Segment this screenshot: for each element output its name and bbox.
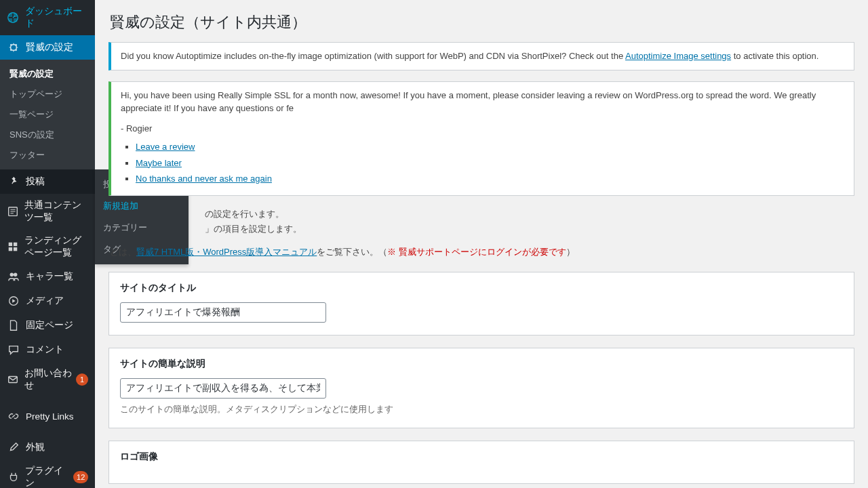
sidebar-label: ランディングページ一覧 bbox=[24, 235, 88, 259]
comment-icon bbox=[7, 343, 20, 357]
link-maybe-later[interactable]: Maybe later bbox=[136, 158, 182, 168]
submenu-item-footer[interactable]: フッター bbox=[0, 145, 95, 165]
sidebar-label: コメント bbox=[26, 344, 64, 356]
notice-link-autoptimize[interactable]: Autoptimize Image settings bbox=[625, 51, 731, 61]
sidebar-item-plugins[interactable]: プラグイン 12 bbox=[0, 460, 95, 488]
contact-badge: 1 bbox=[76, 373, 88, 386]
list-icon bbox=[7, 205, 19, 218]
notice-autoptimize: Did you know Autoptimize includes on-the… bbox=[108, 42, 854, 70]
sidebar-label: ダッシュボード bbox=[25, 5, 88, 30]
panel-heading: サイトの簡単な説明 bbox=[120, 358, 843, 370]
svg-rect-9 bbox=[9, 377, 18, 383]
warn-text: ※ 賢威サポートページにログインが必要です bbox=[387, 247, 566, 257]
mail-icon bbox=[7, 373, 19, 386]
panel-heading: ロゴ画像 bbox=[120, 451, 843, 463]
link-no-thanks[interactable]: No thanks and never ask me again bbox=[136, 174, 272, 184]
sidebar-submenu-keni: 賢威の設定 トップページ 一覧ページ SNSの設定 フッター bbox=[0, 60, 95, 169]
notice-text: to activate this option. bbox=[731, 51, 818, 61]
page-title: 賢威の設定（サイト内共通） bbox=[110, 12, 854, 33]
panel-site-title: サイトのタイトル bbox=[108, 272, 854, 336]
admin-sidebar: ダッシュボード 賢威の設定 賢威の設定 トップページ 一覧ページ SNSの設定 … bbox=[0, 0, 95, 488]
panel-heading: サイトのタイトル bbox=[120, 282, 843, 294]
link-manual[interactable]: 賢威7 HTML版・WordPress版導入マニュアル bbox=[136, 247, 317, 257]
sidebar-label: Pretty Links bbox=[26, 411, 74, 422]
link-icon bbox=[7, 409, 20, 423]
submenu-item-listpage[interactable]: 一覧ページ bbox=[0, 104, 95, 125]
sidebar-item-keni[interactable]: 賢威の設定 bbox=[0, 35, 95, 60]
sidebar-item-prettylinks[interactable]: Pretty Links bbox=[0, 404, 95, 428]
dashboard-icon bbox=[7, 11, 20, 24]
sidebar-label: 投稿 bbox=[26, 176, 45, 188]
sidebar-item-landing[interactable]: ランディングページ一覧 bbox=[0, 229, 95, 264]
sidebar-label: 賢威の設定 bbox=[26, 41, 73, 54]
sidebar-label: キャラ一覧 bbox=[26, 270, 73, 283]
page-icon bbox=[7, 319, 20, 332]
sidebar-item-contact[interactable]: お問い合わせ 1 bbox=[0, 362, 95, 397]
brush-icon bbox=[7, 441, 20, 454]
main-content: 賢威の設定（サイト内共通） Did you know Autoptimize i… bbox=[95, 0, 868, 488]
sidebar-item-chara[interactable]: キャラ一覧 bbox=[0, 264, 95, 289]
intro-block: の設定を行います。 」の項目を設定します。 どは、賢威7 HTML版・WordP… bbox=[203, 207, 854, 260]
svg-point-6 bbox=[10, 273, 14, 277]
svg-rect-2 bbox=[9, 243, 12, 246]
submenu-item-toppage[interactable]: トップページ bbox=[0, 84, 95, 104]
sidebar-label: 外観 bbox=[26, 441, 45, 453]
sidebar-item-appearance[interactable]: 外観 bbox=[0, 435, 95, 460]
sidebar-label: お問い合わせ bbox=[24, 367, 73, 392]
notice-text: Did you know Autoptimize includes on-the… bbox=[121, 51, 625, 61]
svg-rect-4 bbox=[9, 247, 12, 251]
plugins-badge: 12 bbox=[73, 471, 88, 483]
notice-sign: - Rogier bbox=[121, 122, 844, 136]
svg-rect-5 bbox=[14, 247, 17, 251]
input-site-desc[interactable] bbox=[120, 378, 326, 399]
sidebar-item-posts[interactable]: 投稿 投稿一覧 新規追加 カテゴリー タグ bbox=[0, 169, 95, 194]
input-site-title[interactable] bbox=[120, 302, 326, 323]
sidebar-item-dashboard[interactable]: ダッシュボード bbox=[0, 0, 95, 35]
sidebar-label: 固定ページ bbox=[26, 319, 73, 331]
link-leave-review[interactable]: Leave a review bbox=[136, 142, 195, 152]
notice-rsssl: Hi, you have been using Really Simple SS… bbox=[108, 81, 854, 196]
sidebar-item-pages[interactable]: 固定ページ bbox=[0, 313, 95, 338]
panel-logo: ロゴ画像 bbox=[108, 441, 854, 484]
svg-point-7 bbox=[14, 273, 17, 277]
submenu-item-keni-settings[interactable]: 賢威の設定 bbox=[0, 64, 95, 84]
users-icon bbox=[7, 270, 20, 283]
svg-rect-3 bbox=[14, 243, 17, 246]
submenu-item-sns[interactable]: SNSの設定 bbox=[0, 125, 95, 145]
sidebar-item-media[interactable]: メディア bbox=[0, 289, 95, 313]
pin-icon bbox=[7, 175, 20, 188]
plugin-icon bbox=[7, 470, 20, 484]
sidebar-item-common-content[interactable]: 共通コンテンツ一覧 bbox=[0, 194, 95, 229]
grid-icon bbox=[7, 240, 19, 253]
sidebar-label: 共通コンテンツ一覧 bbox=[24, 199, 88, 224]
sidebar-label: プラグイン bbox=[25, 465, 71, 488]
gear-icon bbox=[7, 41, 20, 54]
sidebar-label: メディア bbox=[26, 295, 64, 307]
help-text: このサイトの簡単な説明。メタディスクリプションなどに使用します bbox=[120, 404, 843, 415]
media-icon bbox=[7, 294, 20, 308]
sidebar-item-comments[interactable]: コメント bbox=[0, 338, 95, 362]
notice-text: Hi, you have been using Really Simple SS… bbox=[121, 89, 844, 115]
panel-site-desc: サイトの簡単な説明 このサイトの簡単な説明。メタディスクリプションなどに使用しま… bbox=[108, 348, 854, 428]
